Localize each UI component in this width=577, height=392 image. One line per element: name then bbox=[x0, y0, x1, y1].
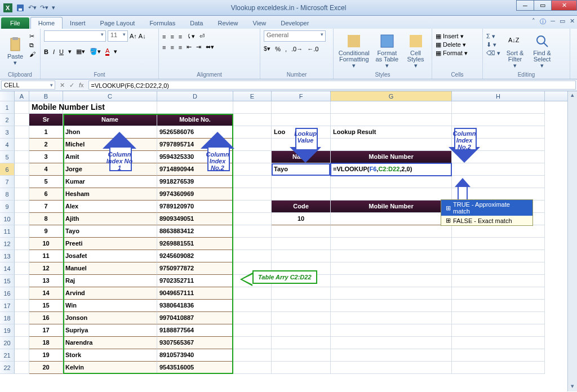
column-header-C[interactable]: C bbox=[63, 91, 157, 101]
find-select-button[interactable]: Find & Select▾ bbox=[530, 30, 554, 72]
cell-E9[interactable] bbox=[233, 201, 272, 213]
cell-H6[interactable] bbox=[452, 163, 545, 176]
cell-D16[interactable]: 9049657111 bbox=[157, 287, 233, 300]
cell-D21[interactable]: 8910573940 bbox=[157, 349, 233, 362]
font-size-select[interactable]: 11 bbox=[108, 30, 128, 42]
cell-F7[interactable] bbox=[272, 176, 331, 188]
cell-E4[interactable] bbox=[233, 139, 272, 151]
cell-F19[interactable] bbox=[272, 324, 331, 337]
paste-button[interactable]: Paste▾ bbox=[3, 30, 27, 72]
cell-G1[interactable] bbox=[331, 101, 452, 114]
cell-D9[interactable]: 9789120970 bbox=[157, 201, 233, 213]
row-header-2[interactable]: 2 bbox=[0, 114, 15, 126]
cell-A3[interactable] bbox=[15, 126, 29, 139]
tab-page-layout[interactable]: Page Layout bbox=[93, 17, 143, 29]
increase-indent-icon[interactable]: ⇥ bbox=[196, 43, 201, 51]
cell-G13[interactable] bbox=[331, 250, 452, 262]
cell-B1[interactable]: Mobile Number List bbox=[29, 101, 63, 114]
tab-insert[interactable]: Insert bbox=[63, 17, 93, 29]
cell-H2[interactable] bbox=[452, 114, 545, 126]
cell-G19[interactable] bbox=[331, 324, 452, 337]
cell-D14[interactable]: 9750977872 bbox=[157, 262, 233, 275]
cell-B14[interactable]: 12 bbox=[29, 262, 63, 275]
delete-cells-button[interactable]: ▦ Delete ▾ bbox=[436, 41, 479, 48]
cell-E22[interactable] bbox=[233, 362, 272, 374]
comma-icon[interactable]: , bbox=[285, 46, 287, 52]
row-header-8[interactable]: 8 bbox=[0, 188, 15, 201]
cell-G21[interactable] bbox=[331, 349, 452, 362]
tooltip-false[interactable]: ⊞FALSE - Exact match bbox=[441, 216, 532, 225]
row-header-7[interactable]: 7 bbox=[0, 176, 15, 188]
cell-C12[interactable]: Preeti bbox=[63, 238, 157, 250]
cell-D12[interactable]: 9269881551 bbox=[157, 238, 233, 250]
cell-D19[interactable]: 9188877564 bbox=[157, 324, 233, 337]
align-left-icon[interactable]: ≡ bbox=[162, 44, 166, 51]
cell-E11[interactable] bbox=[233, 225, 272, 238]
format-painter-icon[interactable]: 🖌 bbox=[29, 51, 35, 57]
cell-C10[interactable]: Ajith bbox=[63, 213, 157, 225]
cell-C14[interactable]: Manuel bbox=[63, 262, 157, 275]
row-header-16[interactable]: 16 bbox=[0, 287, 15, 300]
cell-F20[interactable] bbox=[272, 337, 331, 349]
cell-F6[interactable]: Tayo bbox=[272, 163, 331, 176]
cell-F9[interactable]: Code bbox=[272, 201, 331, 213]
row-header-9[interactable]: 9 bbox=[0, 201, 15, 213]
help-icon[interactable]: ⓘ bbox=[540, 17, 546, 26]
column-header-E[interactable]: E bbox=[233, 91, 272, 101]
cell-C13[interactable]: Josafet bbox=[63, 250, 157, 262]
tab-view[interactable]: View bbox=[246, 17, 274, 29]
cell-G22[interactable] bbox=[331, 362, 452, 374]
redo-icon[interactable]: ↷▾ bbox=[40, 4, 48, 11]
sort-filter-button[interactable]: A↓ZSort & Filter▾ bbox=[503, 30, 527, 72]
cell-D17[interactable]: 9380641836 bbox=[157, 300, 233, 312]
increase-decimal-icon[interactable]: .0→ bbox=[291, 46, 303, 52]
cell-C20[interactable]: Narendra bbox=[63, 337, 157, 349]
cell-G8[interactable] bbox=[331, 188, 452, 201]
cell-H15[interactable] bbox=[452, 275, 545, 287]
align-right-icon[interactable]: ≡ bbox=[179, 44, 182, 51]
border-icon[interactable]: ▦▾ bbox=[76, 48, 85, 55]
cell-A1[interactable] bbox=[15, 101, 29, 114]
cell-F2[interactable] bbox=[272, 114, 331, 126]
cell-D7[interactable]: 9918276539 bbox=[157, 176, 233, 188]
cut-icon[interactable]: ✂ bbox=[29, 33, 35, 40]
copy-icon[interactable]: ⧉ bbox=[29, 42, 35, 49]
cell-A9[interactable] bbox=[15, 201, 29, 213]
wrap-text-icon[interactable]: ⏎ bbox=[199, 33, 205, 40]
cell-F18[interactable] bbox=[272, 312, 331, 324]
cell-B5[interactable]: 3 bbox=[29, 151, 63, 163]
cell-G6[interactable]: =VLOOKUP(F6,C2:D22,2,0) bbox=[331, 163, 452, 176]
cell-C17[interactable]: Win bbox=[63, 300, 157, 312]
cell-B19[interactable]: 17 bbox=[29, 324, 63, 337]
cell-F16[interactable] bbox=[272, 287, 331, 300]
cell-G12[interactable] bbox=[331, 238, 452, 250]
column-header-A[interactable]: A bbox=[15, 91, 29, 101]
row-header-11[interactable]: 11 bbox=[0, 225, 15, 238]
cell-D18[interactable]: 9970410887 bbox=[157, 312, 233, 324]
cell-A18[interactable] bbox=[15, 312, 29, 324]
cell-B3[interactable]: 1 bbox=[29, 126, 63, 139]
cell-B2[interactable]: Sr bbox=[29, 114, 63, 126]
window-min-icon[interactable]: ─ bbox=[551, 17, 555, 26]
cell-A8[interactable] bbox=[15, 188, 29, 201]
cell-B15[interactable]: 13 bbox=[29, 275, 63, 287]
format-cells-button[interactable]: ▦ Format ▾ bbox=[436, 50, 479, 57]
tooltip-true[interactable]: ⊞TRUE - Approximate match bbox=[441, 200, 532, 216]
cell-B9[interactable]: 7 bbox=[29, 201, 63, 213]
cell-B18[interactable]: 16 bbox=[29, 312, 63, 324]
cell-H21[interactable] bbox=[452, 349, 545, 362]
cell-A2[interactable] bbox=[15, 114, 29, 126]
cell-B21[interactable]: 19 bbox=[29, 349, 63, 362]
orientation-icon[interactable]: ⤹▾ bbox=[187, 33, 195, 40]
cell-B6[interactable]: 4 bbox=[29, 163, 63, 176]
cell-G9[interactable]: Mobile Number bbox=[331, 201, 452, 213]
cell-A4[interactable] bbox=[15, 139, 29, 151]
number-format-select[interactable]: General bbox=[264, 30, 326, 42]
underline-button[interactable]: U bbox=[59, 48, 64, 55]
cell-B13[interactable]: 11 bbox=[29, 250, 63, 262]
select-all-corner[interactable] bbox=[0, 91, 15, 101]
cell-H13[interactable] bbox=[452, 250, 545, 262]
cell-F13[interactable] bbox=[272, 250, 331, 262]
row-header-4[interactable]: 4 bbox=[0, 139, 15, 151]
autosum-icon[interactable]: Σ ▾ bbox=[486, 33, 500, 40]
